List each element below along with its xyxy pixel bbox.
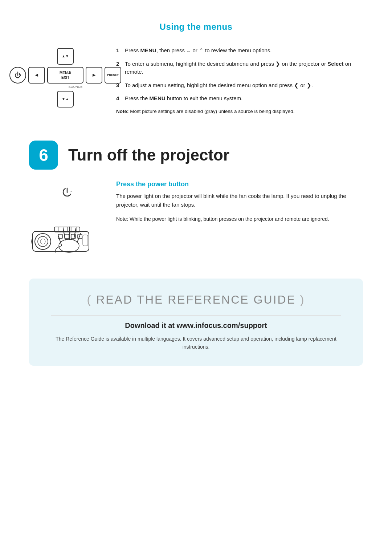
- btn-left: ◀: [28, 67, 45, 84]
- btn-right: ▶: [86, 67, 102, 84]
- projector-svg: [29, 180, 102, 253]
- left-paren: (: [87, 293, 92, 306]
- power-icon-illus: [63, 188, 71, 196]
- svg-point-10: [38, 236, 48, 247]
- btn-updown: ▲▼: [57, 48, 74, 65]
- section-main-title: Turn off the projector: [68, 146, 229, 164]
- steps-list: 1 Press MENU, then press ⌄ or ⌃ to revie…: [116, 46, 363, 115]
- step-1-text: Press MENU, then press ⌄ or ⌃ to review …: [125, 46, 272, 55]
- ref-description: The Reference Guide is available in mult…: [51, 335, 341, 351]
- menus-body: ▲▼ ⏻ ◀ MENU/EXIT ▶ PRESET SOURCE ▼▲ 1: [29, 46, 363, 115]
- step-3-num: 3: [116, 81, 122, 90]
- section-turnoff: 6 Turn off the projector: [0, 130, 392, 268]
- diagram-bottom-row: ▼▲: [57, 91, 74, 107]
- svg-point-11: [40, 239, 45, 244]
- section-menus-title: Using the menus: [29, 22, 363, 32]
- step-1-num: 1: [116, 46, 122, 55]
- step-1: 1 Press MENU, then press ⌄ or ⌃ to revie…: [116, 46, 363, 55]
- projector-illustration: [29, 180, 102, 253]
- step-4-num: 4: [116, 94, 122, 103]
- projector-body: [32, 227, 89, 251]
- download-url[interactable]: www.infocus.com/support: [176, 321, 267, 329]
- power-text-1: The power light on the projector will bl…: [116, 192, 363, 209]
- ref-big-text: ( READ THE REFERENCE GUIDE ): [51, 293, 341, 307]
- step-2-text: To enter a submenu, highlight the desire…: [125, 60, 363, 76]
- download-label: Download it at: [125, 321, 176, 329]
- step-4-text: Press the MENU button to exit the menu s…: [125, 94, 242, 103]
- step-2-num: 2: [116, 60, 122, 76]
- diagram-top-row: ▲▼: [57, 48, 74, 65]
- section-header: 6 Turn off the projector: [29, 141, 363, 170]
- svg-line-3: [58, 235, 62, 246]
- svg-point-9: [35, 234, 51, 249]
- label-source: SOURCE: [67, 85, 84, 89]
- divider: [51, 315, 341, 316]
- remote-diagram: ▲▼ ⏻ ◀ MENU/EXIT ▶ PRESET SOURCE ▼▲: [29, 48, 102, 107]
- step-3-text: To adjust a menu setting, highlight the …: [125, 81, 313, 90]
- turnoff-body: Press the power button The power light o…: [29, 180, 363, 253]
- diagram-middle-row: ⏻ ◀ MENU/EXIT ▶ PRESET: [9, 67, 121, 84]
- power-note: Note: While the power light is blinking,…: [116, 215, 363, 223]
- power-content: Press the power button The power light o…: [116, 180, 363, 223]
- diagram-label-row: SOURCE: [47, 85, 84, 89]
- section-reference: ( READ THE REFERENCE GUIDE ) Download it…: [29, 279, 363, 366]
- step-note: Note: Most picture settings are disabled…: [116, 108, 363, 115]
- section-menus: Using the menus ▲▼ ⏻ ◀ MENU/EXIT ▶ PRESE…: [0, 0, 392, 130]
- ref-download-title: Download it at www.infocus.com/support: [51, 321, 341, 330]
- btn-menu-exit: MENU/EXIT: [47, 67, 83, 84]
- btn-power: ⏻: [9, 67, 26, 84]
- btn-downup: ▼▲: [57, 91, 74, 107]
- step-3: 3 To adjust a menu setting, highlight th…: [116, 81, 363, 90]
- right-paren: ): [300, 293, 305, 306]
- svg-rect-22: [83, 235, 88, 246]
- step-2: 2 To enter a submenu, highlight the desi…: [116, 60, 363, 76]
- number-badge: 6: [29, 141, 58, 170]
- step-4: 4 Press the MENU button to exit the menu…: [116, 94, 363, 103]
- subsection-title: Press the power button: [116, 180, 363, 188]
- ref-big-text-content: READ THE REFERENCE GUIDE: [96, 293, 296, 306]
